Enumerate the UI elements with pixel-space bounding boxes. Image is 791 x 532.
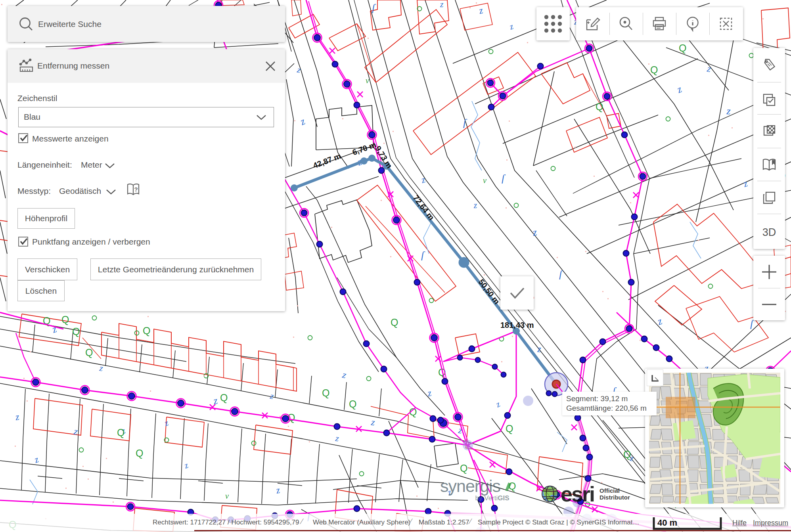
svg-text:z: z xyxy=(508,21,515,32)
svg-text:6,70 m: 6,70 m xyxy=(351,140,377,157)
svg-text:Q: Q xyxy=(61,314,69,325)
svg-text:42,87 m: 42,87 m xyxy=(312,151,342,170)
svg-text:z: z xyxy=(473,200,477,210)
svg-text:Q: Q xyxy=(143,325,150,336)
svg-text:z: z xyxy=(341,369,348,380)
svg-text:z: z xyxy=(163,417,170,428)
svg-text:z: z xyxy=(675,83,684,96)
svg-text:z: z xyxy=(494,399,502,410)
svg-text:v: v xyxy=(225,492,229,500)
svg-text:Q: Q xyxy=(679,42,686,54)
svg-text:Q: Q xyxy=(391,317,398,328)
svg-text:Q: Q xyxy=(650,64,658,75)
svg-text:181,43 m: 181,43 m xyxy=(500,321,534,329)
svg-text:50,50 m: 50,50 m xyxy=(477,277,501,306)
svg-text:ſ: ſ xyxy=(372,2,376,13)
svg-text:Q: Q xyxy=(117,427,124,438)
svg-text:Q: Q xyxy=(460,463,467,474)
svg-text:z: z xyxy=(532,226,538,238)
svg-text:z: z xyxy=(33,454,40,465)
svg-text:z: z xyxy=(655,315,663,327)
svg-text:ſ: ſ xyxy=(421,249,425,261)
svg-text:Q: Q xyxy=(596,101,603,112)
svg-text:z: z xyxy=(50,323,58,335)
svg-text:z: z xyxy=(478,5,484,16)
svg-text:Q: Q xyxy=(349,398,356,410)
svg-text:z: z xyxy=(334,433,340,443)
svg-text:z: z xyxy=(296,64,302,75)
svg-text:z: z xyxy=(275,484,281,496)
svg-text:z: z xyxy=(426,387,433,398)
svg-text:z: z xyxy=(537,344,542,354)
svg-text:z: z xyxy=(370,417,376,427)
svg-text:z: z xyxy=(182,460,190,471)
svg-text:Q: Q xyxy=(85,347,93,358)
svg-text:Q: Q xyxy=(322,387,329,398)
svg-text:72,64 m: 72,64 m xyxy=(411,193,436,222)
svg-text:ſ: ſ xyxy=(463,117,467,128)
svg-text:Q: Q xyxy=(506,423,513,434)
svg-text:ſ: ſ xyxy=(502,172,506,184)
svg-text:Q: Q xyxy=(72,326,80,337)
svg-text:z: z xyxy=(14,411,20,422)
svg-text:z: z xyxy=(440,0,444,9)
svg-text:Q: Q xyxy=(136,448,143,459)
svg-text:z: z xyxy=(726,105,731,117)
svg-text:?: ? xyxy=(134,186,138,193)
svg-text:v: v xyxy=(366,76,369,85)
svg-text:Q: Q xyxy=(220,392,228,403)
svg-text:Q: Q xyxy=(623,449,631,460)
svg-text:v: v xyxy=(483,176,486,185)
svg-text:z: z xyxy=(269,390,275,401)
svg-text:z: z xyxy=(298,115,307,128)
